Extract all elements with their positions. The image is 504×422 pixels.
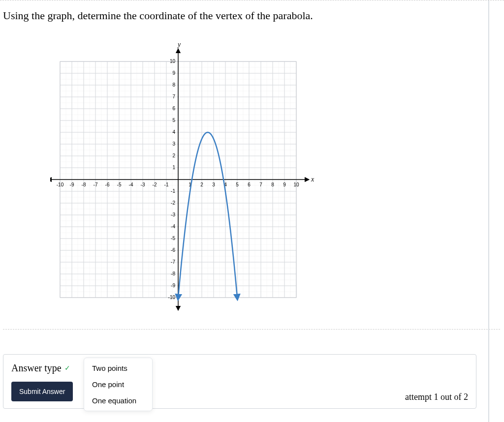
svg-text:8: 8 (172, 82, 175, 88)
right-rule (488, 0, 489, 422)
svg-text:-5: -5 (117, 182, 122, 187)
svg-text:-1: -1 (171, 188, 175, 194)
svg-text:2: 2 (172, 153, 175, 158)
svg-text:5: 5 (172, 118, 175, 123)
dropdown-option[interactable]: One point (84, 376, 152, 392)
svg-text:-9: -9 (171, 283, 175, 288)
svg-text:-8: -8 (171, 271, 175, 276)
attempt-counter: attempt 1 out of 2 (405, 392, 468, 402)
svg-text:3: 3 (172, 141, 175, 147)
dropdown-option[interactable]: Two points (84, 360, 152, 376)
svg-text:-4: -4 (129, 182, 133, 187)
check-icon: ✓ (64, 364, 70, 372)
question-text: Using the graph, determine the coordinat… (3, 0, 500, 27)
answer-panel: Answer type ✓ Submit Answer Two points O… (3, 354, 476, 409)
svg-text:-7: -7 (94, 182, 98, 187)
submit-button[interactable]: Submit Answer (11, 382, 73, 401)
svg-text:x: x (311, 176, 315, 183)
answer-type-row: Answer type ✓ (11, 362, 468, 374)
svg-text:7: 7 (172, 94, 175, 99)
svg-text:-2: -2 (153, 182, 157, 187)
svg-text:10: 10 (293, 182, 299, 187)
coordinate-graph: -10-9-8-7-6-5-4-3-2-112345678910-10-9-8-… (50, 42, 316, 317)
svg-text:-3: -3 (171, 212, 175, 217)
page: Using the graph, determine the coordinat… (0, 0, 504, 422)
svg-text:-10: -10 (57, 182, 64, 187)
svg-text:1: 1 (172, 165, 175, 170)
svg-text:-5: -5 (171, 236, 175, 241)
svg-text:-7: -7 (171, 259, 175, 265)
svg-text:9: 9 (283, 182, 286, 187)
svg-text:3: 3 (212, 182, 215, 187)
svg-text:-6: -6 (105, 182, 110, 187)
svg-text:-8: -8 (82, 182, 86, 187)
svg-text:10: 10 (170, 59, 176, 64)
svg-text:7: 7 (259, 182, 262, 187)
svg-text:6: 6 (172, 106, 175, 111)
svg-text:-2: -2 (171, 200, 175, 206)
svg-text:2: 2 (200, 182, 203, 187)
svg-text:8: 8 (271, 182, 274, 187)
svg-text:9: 9 (172, 70, 175, 76)
dropdown-option[interactable]: One equation (84, 392, 152, 409)
svg-text:4: 4 (172, 129, 175, 135)
svg-text:-1: -1 (164, 182, 169, 187)
answer-type-dropdown[interactable]: Two points One point One equation (84, 358, 153, 411)
svg-text:-3: -3 (141, 182, 145, 187)
svg-text:y: y (177, 42, 181, 48)
question-area: Using the graph, determine the coordinat… (3, 0, 500, 330)
graph-container: -10-9-8-7-6-5-4-3-2-112345678910-10-9-8-… (3, 27, 500, 327)
svg-text:-9: -9 (70, 182, 74, 187)
svg-text:-10: -10 (168, 295, 176, 300)
svg-text:6: 6 (248, 182, 251, 187)
svg-text:-4: -4 (171, 224, 175, 229)
plot-area: -10-9-8-7-6-5-4-3-2-112345678910-10-9-8-… (50, 42, 315, 308)
svg-text:5: 5 (236, 182, 239, 187)
svg-text:-6: -6 (171, 247, 175, 253)
answer-type-label: Answer type (11, 362, 62, 374)
